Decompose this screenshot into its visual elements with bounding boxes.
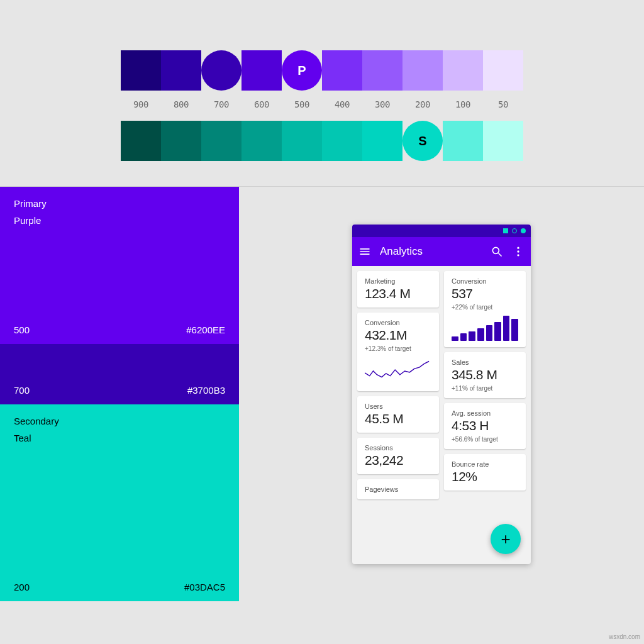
secondary-subtitle: Teal <box>14 433 225 443</box>
metric-card[interactable]: Conversion432.1M+12.3% of target <box>357 313 439 391</box>
primary-dark-color-block: 700 #3700B3 <box>0 344 239 404</box>
primary-title: Primary <box>14 198 225 209</box>
status-icon <box>503 228 508 233</box>
app-bar: Analytics <box>352 237 531 266</box>
card-label: Conversion <box>365 319 431 326</box>
palette-section: P 90080070060050040030020010050 S <box>0 0 644 186</box>
shade-swatch <box>242 121 282 161</box>
status-bar <box>352 225 531 237</box>
card-label: Avg. session <box>452 409 518 417</box>
svg-line-1 <box>499 253 502 257</box>
card-label: Conversion <box>452 277 518 285</box>
status-ring-icon <box>512 228 517 233</box>
shade-swatch <box>282 121 322 161</box>
shade-label: 300 <box>362 91 402 121</box>
shade-swatch <box>161 121 201 161</box>
card-label: Sales <box>452 358 518 366</box>
primary-shade: 500 <box>14 325 30 335</box>
metric-card[interactable]: Sessions23,242 <box>357 438 439 474</box>
svg-point-2 <box>517 247 519 249</box>
shade-label: 400 <box>322 91 362 121</box>
primary-dark-hex: #3700B3 <box>187 385 225 396</box>
shade-label: 50 <box>483 91 523 121</box>
card-value: 4:53 H <box>452 418 518 433</box>
shade-swatch: S <box>402 121 443 161</box>
card-value: 123.4 M <box>365 286 431 301</box>
card-label: Sessions <box>365 444 431 452</box>
primary-dark-shade: 700 <box>14 385 30 396</box>
primary-marker: P <box>297 64 306 78</box>
metric-card[interactable]: Users45.5 M <box>357 396 439 433</box>
shade-swatch <box>201 121 242 161</box>
shade-swatch <box>121 50 161 91</box>
card-value: 45.5 M <box>365 411 431 426</box>
primary-hex: #6200EE <box>186 325 225 335</box>
card-label: Pageviews <box>365 486 431 493</box>
shade-swatch <box>443 121 483 161</box>
secondary-shade-row: S <box>121 121 523 161</box>
card-label: Bounce rate <box>452 460 518 468</box>
metric-card[interactable]: Avg. session4:53 H+56.6% of target <box>444 403 526 449</box>
metric-card[interactable]: Marketing123.4 M <box>357 271 439 308</box>
shade-label: 600 <box>242 91 282 121</box>
metric-card[interactable]: Pageviews <box>357 479 439 499</box>
status-dot-icon <box>521 228 526 233</box>
secondary-hex: #03DAC5 <box>184 582 225 592</box>
shade-swatch <box>201 50 242 91</box>
primary-color-block: Primary Purple 500 #6200EE <box>0 187 239 344</box>
mini-bar-chart <box>452 316 518 341</box>
menu-icon[interactable] <box>358 245 371 258</box>
secondary-marker: S <box>418 134 426 148</box>
shade-label: 900 <box>121 91 161 121</box>
shade-label: 500 <box>282 91 322 121</box>
shade-label: 100 <box>443 91 483 121</box>
metric-card[interactable]: Sales345.8 M+11% of target <box>444 352 526 398</box>
shade-swatch <box>402 50 443 91</box>
card-subtext: +11% of target <box>452 385 518 392</box>
svg-point-0 <box>492 247 499 253</box>
primary-shade-row: P <box>121 50 523 91</box>
app-title: Analytics <box>380 245 482 258</box>
svg-point-4 <box>517 254 519 256</box>
secondary-title: Secondary <box>14 416 225 426</box>
watermark: wsxdn.com <box>609 633 640 640</box>
card-subtext: +22% of target <box>452 304 518 311</box>
fab-add-button[interactable]: + <box>491 524 521 554</box>
more-icon[interactable] <box>512 245 525 258</box>
shade-labels-row: 90080070060050040030020010050 <box>121 91 523 121</box>
shade-swatch <box>322 121 362 161</box>
card-column-right: Conversion537+22% of targetSales345.8 M+… <box>444 271 526 499</box>
card-value: 23,242 <box>365 453 431 468</box>
search-icon[interactable] <box>491 245 503 258</box>
color-block-column: Primary Purple 500 #6200EE 700 #3700B3 S… <box>0 187 239 601</box>
card-subtext: +56.6% of target <box>452 436 518 443</box>
card-value: 345.8 M <box>452 367 518 382</box>
phone-mockup: Analytics Marketing123.4 MConversion432.… <box>352 225 531 564</box>
shade-swatch <box>121 121 161 161</box>
shade-swatch <box>362 121 402 161</box>
shade-swatch: P <box>282 50 322 91</box>
card-column-left: Marketing123.4 MConversion432.1M+12.3% o… <box>357 271 439 499</box>
card-value: 12% <box>452 469 518 484</box>
shade-label: 200 <box>402 91 443 121</box>
card-label: Users <box>365 402 431 410</box>
card-label: Marketing <box>365 277 431 285</box>
shade-label: 700 <box>201 91 242 121</box>
shade-swatch <box>362 50 402 91</box>
card-subtext: +12.3% of target <box>365 345 431 352</box>
shade-swatch <box>483 50 523 91</box>
shade-swatch <box>242 50 282 91</box>
shade-swatch <box>483 121 523 161</box>
shade-swatch <box>322 50 362 91</box>
shade-swatch <box>443 50 483 91</box>
shade-label: 800 <box>161 91 201 121</box>
shade-swatch <box>161 50 201 91</box>
secondary-color-block: Secondary Teal 200 #03DAC5 <box>0 404 239 601</box>
metric-card[interactable]: Bounce rate12% <box>444 454 526 491</box>
card-value: 537 <box>452 286 518 301</box>
metric-card[interactable]: Conversion537+22% of target <box>444 271 526 347</box>
svg-point-3 <box>517 250 519 252</box>
secondary-shade: 200 <box>14 582 30 592</box>
card-value: 432.1M <box>365 328 431 343</box>
primary-subtitle: Purple <box>14 215 225 226</box>
